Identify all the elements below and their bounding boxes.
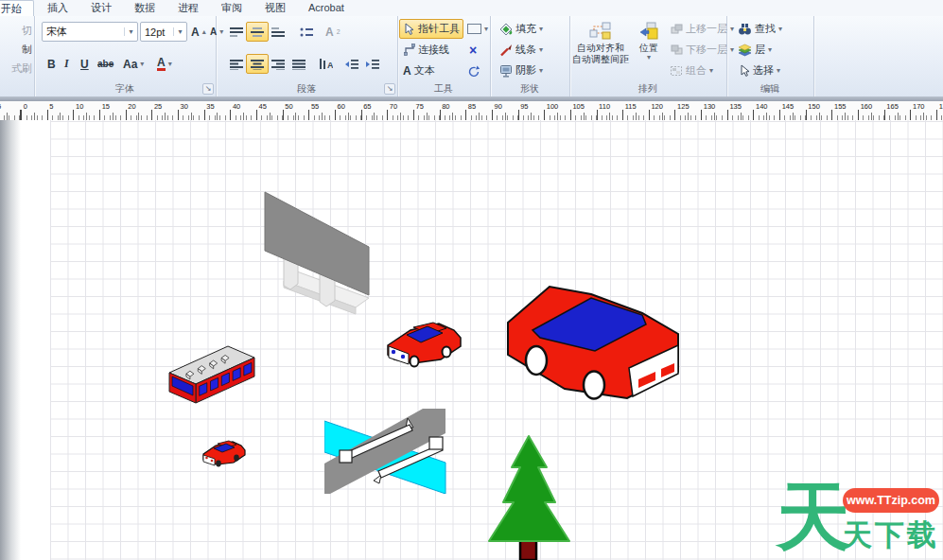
ruler-number: 30 [179, 102, 205, 111]
connector-icon [403, 44, 415, 56]
group-shapes: 填充▾ 线条▾ 阴影▾ 形状 [490, 16, 570, 96]
bold-button[interactable]: B [44, 54, 60, 74]
car-medium-shape[interactable] [385, 317, 464, 368]
position-button[interactable]: 位置 ▾ [632, 19, 666, 79]
car-large-shape[interactable] [502, 275, 682, 402]
text-direction-button[interactable]: A [314, 54, 337, 74]
italic-button[interactable]: I [61, 54, 73, 74]
ribbon-tab[interactable]: 数据 [123, 0, 166, 15]
rectangle-icon [467, 24, 481, 34]
group-tools: 指针工具 ▾ 连接线 × A 文本 工具 [397, 16, 491, 96]
justify-icon [291, 59, 306, 70]
ribbon-tab[interactable]: 插入 [36, 0, 79, 15]
ruler-number: 45 [257, 102, 284, 111]
x-icon: × [469, 44, 477, 57]
decrease-indent-button[interactable] [341, 54, 363, 74]
align-center-button[interactable] [246, 54, 269, 74]
chevron-down-icon: ▾ [484, 26, 488, 33]
ribbon-tab[interactable]: 进程 [166, 0, 210, 15]
pointer-icon [403, 23, 415, 35]
position-icon [638, 22, 659, 41]
fill-bucket-icon [499, 23, 513, 36]
ruler-number: 175 [937, 102, 943, 111]
ruler-number: 60 [336, 102, 362, 111]
ribbon-tab[interactable]: 设计 [79, 0, 123, 15]
bus-shape[interactable] [166, 344, 256, 407]
change-case-button[interactable]: Aa▾ [119, 54, 148, 74]
line-brush-icon [499, 44, 513, 57]
ribbon: 切 制 式刷 宋体▾ 12pt▾ A▴ A▾ B I U abe Aa▾ A▾ … [0, 16, 943, 96]
ruler-number: 105 [570, 102, 597, 111]
rotate-tool-button[interactable] [463, 61, 484, 80]
x-shape-tool-button[interactable]: × [465, 40, 480, 60]
layers-button[interactable]: 层▾ [734, 40, 776, 60]
format-painter-button[interactable]: 式刷 [0, 59, 36, 79]
group-arrange: 自动对齐和自动调整间距 位置 ▾ 上移一层▾ 下移一层▾ 组合▾ 排列 [569, 16, 727, 96]
car-small-shape[interactable] [201, 438, 247, 470]
font-size-combo[interactable]: 12pt▾ [140, 22, 187, 42]
shadow-monitor-icon [499, 64, 513, 78]
ruler-number: 90 [492, 102, 518, 111]
ruler-number: 120 [649, 102, 675, 111]
shadow-button[interactable]: 阴影▾ [496, 61, 547, 80]
ribbon-tab[interactable]: Acrobat [297, 0, 356, 15]
align-middle-icon [250, 26, 265, 38]
watermark-big-char: 天 [777, 474, 850, 559]
group-button[interactable]: 组合▾ [666, 61, 717, 80]
billboard-shape[interactable] [263, 190, 373, 315]
fill-button[interactable]: 填充▾ [496, 19, 547, 39]
justify-button[interactable] [288, 54, 310, 74]
paragraph-dialog-launcher[interactable]: ↘ [384, 83, 395, 95]
rectangle-tool-button[interactable]: ▾ [463, 19, 492, 39]
bullets-button[interactable] [295, 22, 318, 42]
text-icon: A [403, 64, 411, 78]
cut-button[interactable]: 切 [0, 21, 36, 41]
chevron-down-icon: ▾ [168, 61, 172, 68]
tab-home[interactable]: 开始 [0, 0, 34, 16]
ruler-numbers: 5051015202530354045505560657075808590951… [0, 102, 943, 111]
align-right-button[interactable] [267, 54, 289, 74]
font-color-button[interactable]: A▾ [153, 54, 176, 74]
ruler-number: 5 [47, 102, 74, 111]
find-button[interactable]: 查找▾ [734, 19, 786, 39]
chevron-down-icon: ▾ [768, 46, 772, 54]
text-tool-button[interactable]: A 文本 [399, 61, 439, 80]
font-dialog-launcher[interactable]: ↘ [202, 83, 214, 95]
road-crossing-shape[interactable] [324, 409, 447, 494]
ruler-number: 55 [309, 102, 336, 111]
ribbon-tab[interactable]: 视图 [253, 0, 297, 15]
drawing-canvas[interactable]: 天 www.TTzip.com 天下载 [0, 120, 943, 560]
align-bottom-icon [271, 26, 286, 38]
pine-tree-shape[interactable] [485, 434, 572, 560]
chevron-down-icon: ▾ [173, 27, 186, 36]
copy-button[interactable]: 制 [0, 40, 36, 60]
ruler-number: 145 [780, 102, 807, 111]
ttzip-watermark: 天 www.TTzip.com 天下载 [775, 480, 943, 560]
connector-tool-button[interactable]: 连接线 [399, 40, 453, 60]
chevron-down-icon: ▾ [709, 67, 713, 75]
align-middle-button[interactable] [246, 22, 269, 42]
ruler-number: 70 [388, 102, 414, 111]
font-family-combo[interactable]: 宋体▾ [42, 22, 138, 42]
line-button[interactable]: 线条▾ [496, 40, 547, 60]
align-bottom-button[interactable] [267, 22, 289, 42]
align-top-button[interactable] [225, 22, 248, 42]
superscript-button[interactable]: A2 [322, 22, 344, 42]
ruler-number: 125 [675, 102, 702, 111]
ruler-number: 5 [0, 102, 22, 111]
horizontal-ruler: 5051015202530354045505560657075808590951… [0, 101, 943, 121]
align-left-button[interactable] [225, 54, 248, 74]
text-direction-icon: A [318, 58, 333, 70]
increase-indent-button[interactable] [361, 54, 384, 74]
ribbon-tab-strip: 开始 插入设计数据进程审阅视图Acrobat [0, 0, 943, 17]
underline-button[interactable]: U [77, 54, 93, 74]
align-left-icon [229, 59, 244, 70]
pointer-tool-button[interactable]: 指针工具 [399, 19, 463, 39]
auto-align-space-button[interactable]: 自动对齐和自动调整间距 [571, 19, 630, 79]
ruler-number: 150 [806, 102, 832, 111]
strikethrough-button[interactable]: abe [94, 54, 117, 74]
select-button[interactable]: 选择▾ [734, 61, 784, 80]
ribbon-tab[interactable]: 审阅 [210, 0, 253, 15]
ruler-number: 155 [832, 102, 859, 111]
ruler-number: 20 [126, 102, 152, 111]
